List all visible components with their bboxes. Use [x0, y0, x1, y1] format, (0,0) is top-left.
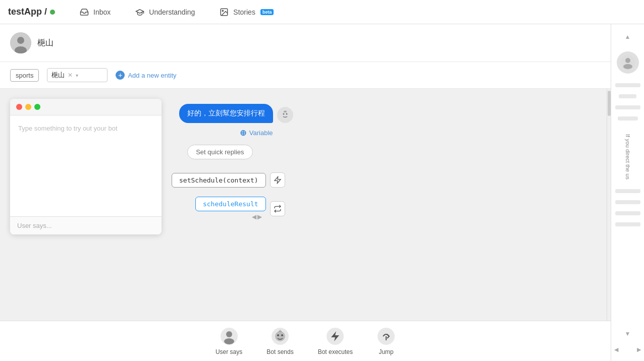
user-header: 梔山: [0, 24, 611, 62]
variable-row: ⊕ Variable: [172, 128, 273, 138]
bot-face-icon: [271, 327, 289, 345]
preview-bar-8: [615, 222, 640, 226]
user-says-label: User says: [216, 348, 242, 355]
nav-item-understanding[interactable]: Understanding: [131, 5, 199, 19]
preview-bar-4: [618, 116, 638, 121]
nav-items: Inbox Understanding Stories beta: [75, 5, 278, 19]
chat-input-placeholder: User says...: [17, 222, 52, 229]
preview-bar-7: [615, 211, 640, 215]
jump-icon: [377, 327, 395, 345]
preview-bar-2: [619, 94, 636, 98]
logo-dot: [50, 10, 55, 15]
chevron-down-icon: ▾: [76, 73, 78, 78]
svg-rect-18: [279, 331, 282, 332]
toolbar-item-bot-sends[interactable]: Bot sends: [266, 327, 293, 355]
chat-window: Type something to try out your bot User …: [10, 99, 162, 234]
preview-bar-5: [615, 189, 640, 193]
beta-badge: beta: [260, 9, 274, 15]
preview-bar-3: [615, 105, 640, 109]
entity-clear-button[interactable]: ✕: [68, 72, 73, 79]
quick-replies-button[interactable]: Set quick replies: [187, 145, 252, 159]
right-panel-avatar: [617, 51, 639, 74]
add-entity-button[interactable]: + Add a new entity: [116, 71, 176, 80]
lightning-button[interactable]: [270, 172, 285, 188]
entity-tag: sports: [10, 69, 39, 82]
nav-item-inbox[interactable]: Inbox: [75, 5, 115, 19]
svg-point-15: [275, 331, 285, 341]
chat-content: Type something to try out your bot: [10, 115, 162, 216]
svg-point-26: [623, 64, 632, 69]
variable-label[interactable]: Variable: [249, 129, 273, 137]
toolbar-item-jump[interactable]: Jump: [377, 327, 395, 355]
svg-point-6: [283, 113, 284, 115]
bot-avatar: [277, 107, 293, 123]
swap-button[interactable]: [270, 201, 285, 216]
arrows-indicator: ◀ ▶: [252, 213, 262, 220]
svg-rect-8: [284, 111, 287, 112]
variable-plus-icon: ⊕: [240, 128, 246, 138]
scroll-down-arrow[interactable]: ▼: [625, 327, 631, 340]
bot-message-bubble: 好的，立刻幫您安排行程: [179, 104, 273, 123]
canvas-area: Type something to try out your bot User …: [0, 89, 611, 321]
main-scrollbar: [607, 89, 611, 321]
toolbar-item-user-says[interactable]: User says: [216, 327, 242, 355]
set-schedule-row: setSchedule(context): [172, 172, 285, 188]
user-circle-icon: [220, 327, 238, 345]
right-panel: ▲ If you direct the us ▼ ◀ ▶: [611, 24, 644, 361]
left-nav-arrow[interactable]: ◀: [614, 346, 618, 353]
logo-text: testApp /: [8, 7, 47, 17]
svg-point-16: [277, 334, 279, 336]
chat-titlebar: [10, 99, 162, 115]
user-name: 梔山: [37, 38, 53, 48]
bot-response-section: 好的，立刻幫您安排行程 ⊕: [172, 104, 293, 220]
entity-row: sports 梔山 ✕ ▾ + Add a new entity: [0, 62, 611, 89]
bottom-arrows: ◀ ▶: [611, 344, 644, 355]
bot-executes-label: Bot executes: [318, 348, 353, 355]
nav-item-stories[interactable]: Stories beta: [215, 5, 278, 19]
app-logo[interactable]: testApp /: [8, 7, 55, 17]
right-nav-arrow[interactable]: ▶: [637, 346, 641, 353]
avatar: [10, 32, 31, 53]
left-arrow-icon: ◀: [252, 213, 256, 220]
bot-sends-label: Bot sends: [266, 348, 293, 355]
inbox-label: Inbox: [93, 8, 111, 16]
right-arrow-icon: ▶: [257, 213, 262, 220]
svg-point-1: [223, 10, 224, 11]
set-schedule-block: setSchedule(context): [172, 173, 266, 188]
lightning-toolbar-icon: [326, 327, 344, 345]
svg-marker-10: [275, 176, 281, 183]
plus-circle-icon: +: [116, 71, 125, 80]
understanding-label: Understanding: [149, 8, 195, 16]
quick-replies-container: Set quick replies: [172, 143, 273, 159]
chat-placeholder: Type something to try out your bot: [18, 125, 118, 132]
traffic-red-dot: [16, 104, 22, 110]
chat-input-bar[interactable]: User says...: [10, 216, 162, 234]
entity-select[interactable]: 梔山 ✕ ▾: [47, 68, 108, 82]
left-panel: 梔山 sports 梔山 ✕ ▾ + Add a new entity: [0, 24, 611, 361]
svg-point-7: [286, 113, 287, 115]
graduation-icon: [135, 7, 145, 17]
side-panel-text: If you direct the us: [622, 130, 633, 184]
top-navigation: testApp / Inbox Understanding: [0, 0, 644, 24]
schedule-result-block: scheduleResult: [195, 197, 266, 211]
schedule-result-row: scheduleResult ◀ ▶: [172, 197, 285, 220]
preview-bar-1: [615, 83, 640, 87]
traffic-yellow-dot: [25, 104, 31, 110]
add-entity-label: Add a new entity: [128, 72, 176, 79]
svg-point-12: [226, 331, 232, 337]
svg-point-13: [224, 338, 234, 344]
scroll-up-arrow[interactable]: ▲: [625, 30, 631, 43]
bottom-toolbar: User says Bot sends: [0, 321, 611, 361]
svg-point-17: [281, 334, 283, 336]
svg-point-25: [625, 58, 630, 63]
main-layout: 梔山 sports 梔山 ✕ ▾ + Add a new entity: [0, 24, 644, 361]
inbox-icon: [79, 7, 89, 17]
entity-select-value: 梔山: [51, 71, 65, 80]
image-icon: [219, 7, 229, 17]
jump-label: Jump: [379, 348, 393, 355]
traffic-green-dot: [34, 104, 40, 110]
toolbar-item-bot-executes[interactable]: Bot executes: [318, 327, 353, 355]
preview-bar-6: [615, 200, 640, 204]
stories-label: Stories: [233, 8, 255, 16]
bot-bubble-row: 好的，立刻幫您安排行程: [172, 104, 293, 123]
